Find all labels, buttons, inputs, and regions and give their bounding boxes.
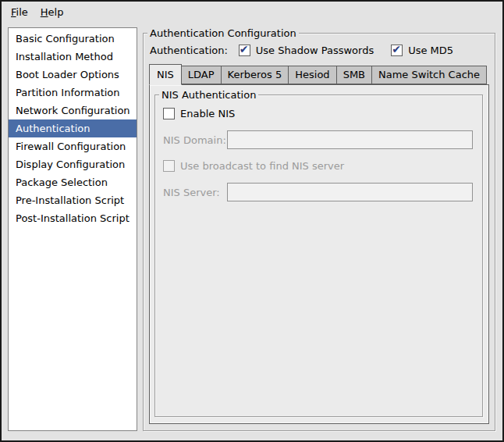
use-shadow-passwords-checkbox[interactable] [239,45,250,56]
authentication-configuration-frame: Authentication Configuration Authenticat… [143,33,495,431]
sidebar-item-post-installation-script[interactable]: Post-Installation Script [9,209,137,227]
tab-ldap[interactable]: LDAP [181,66,222,84]
sidebar-list: Basic ConfigurationInstallation MethodBo… [8,27,137,431]
sidebar-item-basic-configuration[interactable]: Basic Configuration [9,30,137,48]
frame-title: Authentication Configuration [147,27,299,40]
nis-server-input [227,183,473,201]
tab-kerberos-5[interactable]: Kerberos 5 [221,66,289,84]
auth-notebook: NISLDAPKerberos 5HesiodSMBName Switch Ca… [149,64,489,424]
use-md5-label: Use MD5 [408,45,453,56]
tab-nis[interactable]: NIS [149,64,182,85]
enable-nis-row: Enable NIS [163,108,474,119]
nis-domain-row: NIS Domain: [163,130,474,149]
sidebar-item-firewall-configuration[interactable]: Firewall Configuration [9,137,137,155]
main-area: Basic ConfigurationInstallation MethodBo… [2,23,502,440]
use-broadcast-label: Use broadcast to find NIS server [180,160,344,172]
nis-frame-title: NIS Authentication [159,88,258,102]
sidebar-item-boot-loader-options[interactable]: Boot Loader Options [9,66,137,84]
use-md5-checkbox[interactable] [391,45,403,56]
menu-file[interactable]: File [5,3,34,21]
authentication-label: Authentication: [150,45,228,56]
menubar: File Help [2,2,502,23]
sidebar-item-display-configuration[interactable]: Display Configuration [9,155,137,173]
enable-nis-label: Enable NIS [180,108,235,119]
nis-server-label: NIS Server: [163,187,227,198]
nis-domain-label: NIS Domain: [163,134,227,146]
tab-bar: NISLDAPKerberos 5HesiodSMBName Switch Ca… [149,64,489,84]
use-broadcast-checkbox [163,160,175,172]
kickstart-configurator-window: File Help Basic ConfigurationInstallatio… [0,0,504,442]
sidebar-item-pre-installation-script[interactable]: Pre-Installation Script [9,191,137,209]
use-shadow-passwords-label: Use Shadow Passwords [256,45,374,56]
enable-nis-checkbox[interactable] [163,108,175,119]
nis-tab-page: NIS Authentication Enable NIS NIS Domain… [149,84,489,424]
use-md5-group: Use MD5 [391,45,453,56]
tab-name-switch-cache[interactable]: Name Switch Cache [371,66,487,84]
sidebar-item-network-configuration[interactable]: Network Configuration [9,102,137,119]
sidebar-item-authentication[interactable]: Authentication [9,119,137,137]
broadcast-row: Use broadcast to find NIS server [163,160,474,172]
tab-hesiod[interactable]: Hesiod [288,66,336,84]
nis-domain-input [227,130,473,149]
tab-smb[interactable]: SMB [336,66,372,84]
nis-server-row: NIS Server: [163,183,474,201]
use-shadow-passwords-group: Use Shadow Passwords [239,45,374,56]
menu-help[interactable]: Help [34,3,70,21]
authentication-row: Authentication: Use Shadow Passwords Use… [150,45,489,56]
nis-authentication-frame: NIS Authentication Enable NIS NIS Domain… [154,94,483,417]
sidebar-item-partition-information[interactable]: Partition Information [9,84,137,102]
sidebar-item-installation-method[interactable]: Installation Method [9,48,137,66]
sidebar-item-package-selection[interactable]: Package Selection [9,173,137,191]
